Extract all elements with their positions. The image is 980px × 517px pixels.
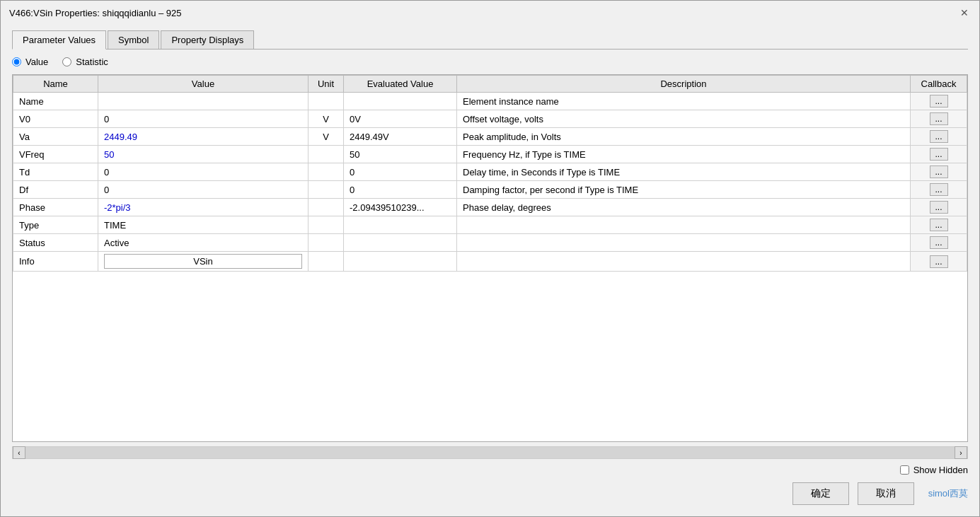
show-hidden-label: Show Hidden bbox=[913, 465, 968, 475]
cell-name: Type bbox=[13, 216, 98, 234]
cancel-button[interactable]: 取消 bbox=[858, 482, 914, 505]
callback-button[interactable]: ... bbox=[930, 183, 948, 196]
cell-name: Name bbox=[13, 93, 98, 110]
cell-name: Va bbox=[13, 128, 98, 146]
dialog-content: Parameter Values Symbol Property Display… bbox=[1, 25, 979, 516]
cell-callback: ... bbox=[911, 252, 967, 272]
col-header-evaluated: Evaluated Value bbox=[344, 76, 457, 93]
callback-button[interactable]: ... bbox=[930, 112, 948, 125]
cell-description bbox=[457, 252, 911, 272]
callback-button[interactable]: ... bbox=[930, 201, 948, 214]
tabs-row: Parameter Values Symbol Property Display… bbox=[12, 30, 968, 50]
title-bar: V466:VSin Properties: shiqqqidianlu – 92… bbox=[1, 1, 979, 25]
dialog-title: V466:VSin Properties: shiqqqidianlu – 92… bbox=[9, 8, 182, 18]
properties-table-container[interactable]: Name Value Unit Evaluated Value Descript… bbox=[12, 74, 968, 442]
callback-button[interactable]: ... bbox=[930, 148, 948, 161]
cell-value: 0 bbox=[98, 163, 309, 181]
callback-button[interactable]: ... bbox=[930, 219, 948, 231]
properties-table: Name Value Unit Evaluated Value Descript… bbox=[13, 75, 967, 272]
show-hidden-row: Show Hidden bbox=[900, 465, 968, 475]
cell-description: Element instance name bbox=[457, 93, 911, 110]
col-header-unit: Unit bbox=[309, 76, 344, 93]
callback-button[interactable]: ... bbox=[930, 165, 948, 178]
cell-description bbox=[457, 234, 911, 252]
cell-evaluated bbox=[344, 93, 457, 110]
cell-description: Offset voltage, volts bbox=[457, 110, 911, 128]
callback-button[interactable]: ... bbox=[930, 255, 948, 268]
cell-unit bbox=[309, 93, 344, 110]
col-header-name: Name bbox=[13, 76, 98, 93]
cell-callback: ... bbox=[911, 234, 967, 252]
tab-parameter-values[interactable]: Parameter Values bbox=[12, 30, 106, 50]
cell-callback: ... bbox=[911, 181, 967, 199]
tab-symbol[interactable]: Symbol bbox=[108, 30, 159, 49]
cell-unit bbox=[309, 181, 344, 199]
cell-callback: ... bbox=[911, 216, 967, 234]
table-row: Td00Delay time, in Seconds if Type is TI… bbox=[13, 163, 967, 181]
radio-statistic[interactable]: Statistic bbox=[62, 57, 108, 67]
cell-evaluated bbox=[344, 234, 457, 252]
bottom-options: Show Hidden bbox=[12, 465, 968, 475]
cell-value[interactable] bbox=[98, 252, 309, 272]
scroll-left-arrow[interactable]: ‹ bbox=[13, 446, 25, 459]
cell-value: -2*pi/3 bbox=[98, 199, 309, 216]
cell-callback: ... bbox=[911, 128, 967, 146]
value-input[interactable] bbox=[104, 254, 302, 269]
cell-evaluated: 0V bbox=[344, 110, 457, 128]
table-row: VFreq5050Frequency Hz, if Type is TIME..… bbox=[13, 146, 967, 163]
watermark-text: simol西莫 bbox=[928, 487, 968, 500]
cell-evaluated: 2449.49V bbox=[344, 128, 457, 146]
cell-value: Active bbox=[98, 234, 309, 252]
dialog-window: V466:VSin Properties: shiqqqidianlu – 92… bbox=[0, 0, 980, 517]
close-button[interactable]: ✕ bbox=[958, 6, 971, 19]
cell-value: TIME bbox=[98, 216, 309, 234]
cell-callback: ... bbox=[911, 93, 967, 110]
col-header-callback: Callback bbox=[911, 76, 967, 93]
table-row: V00V0VOffset voltage, volts... bbox=[13, 110, 967, 128]
scroll-right-arrow[interactable]: › bbox=[955, 446, 967, 459]
cell-callback: ... bbox=[911, 163, 967, 181]
radio-value[interactable]: Value bbox=[12, 57, 48, 67]
table-row: StatusActive... bbox=[13, 234, 967, 252]
scroll-track[interactable] bbox=[25, 447, 955, 458]
cell-description: Frequency Hz, if Type is TIME bbox=[457, 146, 911, 163]
cell-name: VFreq bbox=[13, 146, 98, 163]
col-header-value: Value bbox=[98, 76, 309, 93]
col-header-description: Description bbox=[457, 76, 911, 93]
cell-evaluated: 50 bbox=[344, 146, 457, 163]
cell-callback: ... bbox=[911, 110, 967, 128]
table-row: Df00Damping factor, per second if Type i… bbox=[13, 181, 967, 199]
callback-button[interactable]: ... bbox=[930, 236, 948, 249]
cell-unit: V bbox=[309, 110, 344, 128]
cell-description: Phase delay, degrees bbox=[457, 199, 911, 216]
confirm-button[interactable]: 确定 bbox=[792, 482, 849, 505]
cell-name: Df bbox=[13, 181, 98, 199]
horizontal-scrollbar[interactable]: ‹ › bbox=[12, 446, 968, 459]
cell-unit bbox=[309, 146, 344, 163]
callback-button[interactable]: ... bbox=[930, 95, 948, 108]
cell-description: Damping factor, per second if Type is TI… bbox=[457, 181, 911, 199]
radio-group: Value Statistic bbox=[12, 57, 968, 67]
cell-name: Phase bbox=[13, 199, 98, 216]
callback-button[interactable]: ... bbox=[930, 130, 948, 143]
cell-unit bbox=[309, 199, 344, 216]
cell-name: Td bbox=[13, 163, 98, 181]
cell-name: V0 bbox=[13, 110, 98, 128]
cell-unit bbox=[309, 163, 344, 181]
cell-name: Info bbox=[13, 252, 98, 272]
cell-value: 50 bbox=[98, 146, 309, 163]
tab-property-displays[interactable]: Property Displays bbox=[161, 30, 254, 49]
cell-value: 0 bbox=[98, 110, 309, 128]
show-hidden-checkbox[interactable] bbox=[900, 465, 909, 475]
table-row: Va2449.49V2449.49VPeak amplitude, in Vol… bbox=[13, 128, 967, 146]
table-row: Phase-2*pi/3-2.09439510239...Phase delay… bbox=[13, 199, 967, 216]
table-row: NameElement instance name... bbox=[13, 93, 967, 110]
cell-description bbox=[457, 216, 911, 234]
table-row: Info... bbox=[13, 252, 967, 272]
button-row: 确定 取消 simol西莫 bbox=[12, 482, 968, 511]
cell-description: Peak amplitude, in Volts bbox=[457, 128, 911, 146]
cell-unit bbox=[309, 252, 344, 272]
cell-unit: V bbox=[309, 128, 344, 146]
cell-callback: ... bbox=[911, 199, 967, 216]
cell-unit bbox=[309, 234, 344, 252]
